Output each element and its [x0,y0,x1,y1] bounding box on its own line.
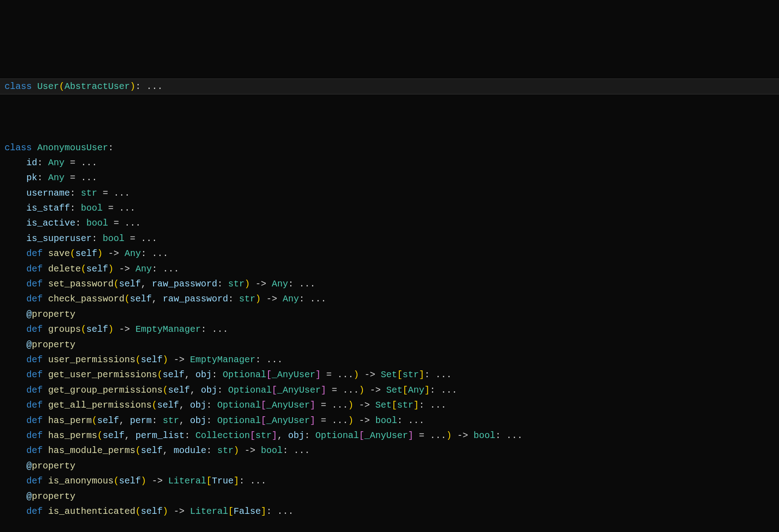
class-name: AnonymousUser [37,143,108,153]
code-line[interactable]: class AnonymousUser: [5,143,114,153]
code-line[interactable]: def is_authenticated(self) -> Literal[Fa… [5,506,293,517]
code-line[interactable]: id: Any = ... [5,158,97,168]
code-line[interactable]: def delete(self) -> Any: ... [5,264,179,274]
code-line[interactable]: def user_permissions(self) -> EmptyManag… [5,355,283,365]
code-line[interactable]: def has_perm(self, perm: str, obj: Optio… [5,415,424,426]
code-line[interactable]: @property [5,340,75,350]
code-line-highlighted[interactable]: class User(AbstractUser): ... [0,79,779,94]
code-line[interactable]: def get_group_permissions(self, obj: Opt… [5,385,457,395]
code-line[interactable]: def has_module_perms(self, module: str) … [5,445,310,456]
code-line[interactable]: username: str = ... [5,188,130,198]
keyword-class: class [5,81,32,92]
code-line[interactable]: def set_password(self, raw_password: str… [5,279,315,289]
code-line[interactable]: def groups(self) -> EmptyManager: ... [5,324,228,335]
code-editor[interactable]: class User(AbstractUser): ... class Anon… [0,61,779,519]
code-line[interactable]: def check_password(self, raw_password: s… [5,294,326,304]
code-line[interactable]: is_superuser: bool = ... [5,233,157,244]
code-line[interactable]: def has_perms(self, perm_list: Collectio… [5,430,522,441]
blank-line [5,110,779,125]
code-line[interactable]: def save(self) -> Any: ... [5,248,168,259]
code-line[interactable]: is_active: bool = ... [5,218,141,228]
class-name: User [37,81,59,92]
code-line[interactable]: @property [5,309,75,320]
code-line[interactable]: @property [5,461,75,471]
code-line[interactable]: def get_user_permissions(self, obj: Opti… [5,369,452,380]
code-line[interactable]: def is_anonymous(self) -> Literal[True]:… [5,476,266,486]
code-line[interactable]: @property [5,491,75,502]
code-line[interactable]: is_staff: bool = ... [5,203,135,213]
code-line[interactable]: pk: Any = ... [5,172,97,183]
base-class: AbstractUser [65,81,130,92]
code-line[interactable]: def get_all_permissions(self, obj: Optio… [5,400,446,410]
